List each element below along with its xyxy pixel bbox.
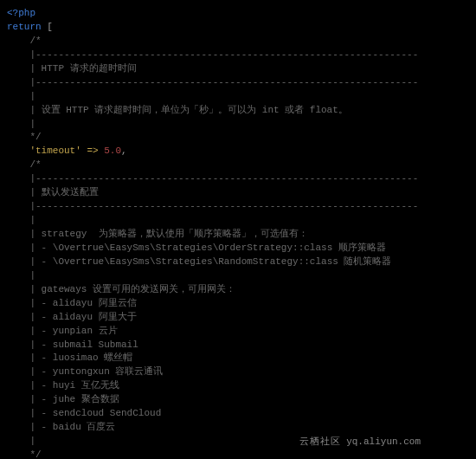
code-block: <?php return [ /* |---------------------…	[7, 7, 469, 459]
return-kw: return	[7, 22, 42, 32]
comment-gateways: | gateways 设置可用的发送网关，可用网关：	[7, 284, 235, 294]
watermark: 云栖社区 yq.aliyun.com	[296, 435, 424, 450]
php-open-tag: <?php	[7, 8, 35, 18]
key-timeout: 'timeout'	[29, 145, 80, 156]
comment-http-desc: | 设置 HTTP 请求超时时间，单位为「秒」。可以为 int 或者 float…	[7, 105, 348, 115]
comment-strategy: | strategy 为策略器，默认使用「顺序策略器」，可选值有：	[7, 229, 308, 239]
comment-http-title: | HTTP 请求的超时时间	[7, 63, 137, 74]
val-timeout: 5.0	[104, 145, 121, 156]
comment-default-title: | 默认发送配置	[7, 187, 99, 197]
